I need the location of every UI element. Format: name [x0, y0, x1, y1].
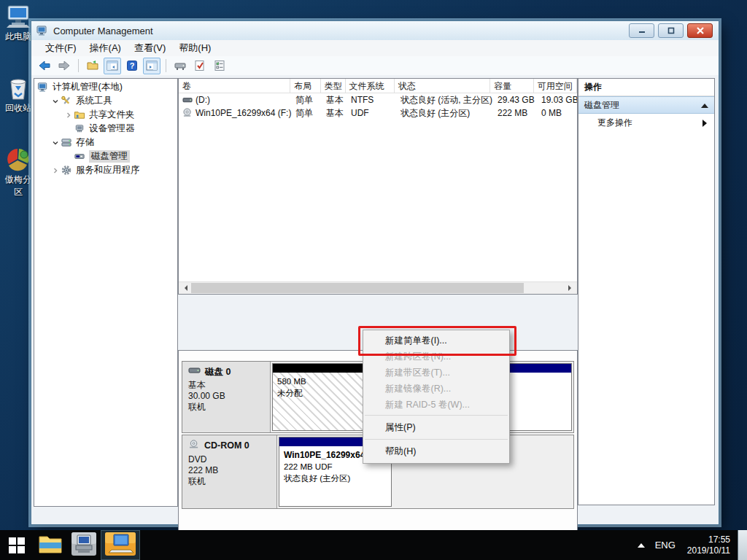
- disk-info-line: 222 MB: [188, 465, 272, 476]
- context-menu-item-2: 新建带区卷(T)...: [363, 365, 509, 381]
- volume-cell: 简单: [292, 94, 322, 106]
- system-tray: ENG 17:55 2019/10/11: [638, 530, 747, 560]
- volume-cell: Win10PE_16299x64 (F:): [179, 108, 292, 118]
- column-header-2[interactable]: 类型: [321, 79, 346, 93]
- disk-info-line: 30.00 GB: [188, 391, 266, 402]
- volume-cell: 简单: [292, 107, 322, 120]
- tree-item-label: 计算机管理(本地): [53, 81, 123, 93]
- volume-cell: 状态良好 (活动, 主分区): [397, 94, 494, 106]
- tree-item-0[interactable]: 计算机管理(本地): [34, 80, 177, 94]
- start-button[interactable]: [0, 530, 34, 560]
- menu-0[interactable]: 文件(F): [39, 40, 83, 56]
- submenu-arrow-icon: [703, 120, 711, 127]
- collapse-chevron-icon[interactable]: [701, 100, 708, 108]
- more-actions-item[interactable]: 更多操作: [578, 114, 714, 132]
- titlebar[interactable]: Computer Management: [31, 21, 719, 41]
- show-desktop-button[interactable]: [738, 530, 747, 560]
- chevron-down-icon[interactable]: [50, 138, 61, 148]
- column-header-3[interactable]: 文件系统: [346, 79, 395, 93]
- disk-volume-icon: [182, 95, 193, 104]
- tree-item-6[interactable]: 服务和应用程序: [34, 163, 177, 177]
- pe-app-task-button[interactable]: [101, 530, 140, 560]
- clock[interactable]: 17:55 2019/10/11: [687, 534, 730, 556]
- properties-checklist-icon[interactable]: [211, 58, 228, 74]
- chevron-down-icon[interactable]: [50, 96, 61, 106]
- language-indicator[interactable]: ENG: [655, 540, 676, 551]
- help-icon[interactable]: ?: [123, 58, 141, 74]
- disk-name-label: 磁盘 0: [205, 367, 231, 378]
- clock-date: 2019/10/11: [687, 545, 730, 556]
- volume-cell: 基本: [322, 107, 347, 120]
- disk-info-line: 联机: [188, 402, 266, 413]
- menu-1[interactable]: 操作(A): [83, 40, 128, 56]
- svg-text:?: ?: [130, 61, 135, 70]
- volume-cell: UDF: [347, 108, 397, 118]
- taskbar: ENG 17:55 2019/10/11: [0, 530, 747, 560]
- tree-item-label: 共享文件夹: [89, 109, 135, 121]
- maximize-icon: [667, 24, 676, 37]
- tree-item-4[interactable]: 存储: [34, 136, 177, 149]
- close-button[interactable]: [687, 23, 713, 38]
- minimize-icon: [638, 24, 646, 37]
- disk-info-panel[interactable]: CD-ROM 0DVD222 MB联机: [182, 435, 277, 508]
- disk-management-icon: [74, 151, 85, 162]
- export-list-icon[interactable]: [84, 58, 101, 74]
- scroll-left-icon: [182, 285, 187, 291]
- annotation-red-highlight: [358, 326, 516, 356]
- check-disk-icon[interactable]: [191, 58, 209, 74]
- column-header-4[interactable]: 状态: [395, 79, 491, 93]
- shared-folder-icon: [74, 109, 85, 120]
- volume-row-1[interactable]: Win10PE_16299x64 (F:)简单基本UDF状态良好 (主分区)22…: [179, 106, 577, 120]
- toolbar: ?: [31, 56, 719, 76]
- scrollbar-thumb[interactable]: [191, 283, 524, 293]
- tree-item-label: 服务和应用程序: [76, 164, 140, 176]
- chevron-right-icon[interactable]: [50, 166, 61, 176]
- tray-expand-icon[interactable]: [638, 540, 645, 548]
- this-pc-icon: [5, 4, 31, 29]
- toolbar-separator: [78, 59, 79, 72]
- back-icon[interactable]: [36, 58, 53, 74]
- disk-info-panel[interactable]: 磁盘 0基本30.00 GB联机: [182, 362, 271, 432]
- column-header-0[interactable]: 卷: [179, 79, 290, 93]
- menu-3[interactable]: 帮助(H): [172, 40, 217, 56]
- volume-cell: 222 MB: [494, 108, 538, 118]
- actions-panel: 操作 磁盘管理 更多操作: [578, 78, 715, 505]
- windows-logo-icon: [9, 537, 25, 553]
- actions-group-disk-management[interactable]: 磁盘管理: [578, 96, 714, 114]
- minimize-button[interactable]: [629, 23, 654, 38]
- column-header-6[interactable]: 可用空间: [534, 79, 577, 93]
- volume-cell: (D:): [179, 95, 292, 105]
- tree-item-1[interactable]: 系统工具: [34, 94, 177, 108]
- volume-cell: NTFS: [347, 95, 397, 105]
- context-menu-item-6[interactable]: 属性(P): [363, 418, 509, 437]
- tree-item-5[interactable]: 磁盘管理: [34, 149, 177, 163]
- chevron-right-icon[interactable]: [63, 110, 74, 120]
- scroll-right-icon: [568, 285, 574, 291]
- tree-item-label: 磁盘管理: [89, 150, 130, 163]
- disk-device-icon[interactable]: [171, 58, 189, 74]
- file-explorer-button[interactable]: [34, 530, 67, 560]
- column-header-1[interactable]: 布局: [290, 79, 321, 93]
- console-tree-toggle-icon[interactable]: [104, 58, 121, 74]
- scroll-right-button[interactable]: [565, 282, 577, 294]
- volume-cell: 状态良好 (主分区): [397, 107, 494, 120]
- tree-item-2[interactable]: 共享文件夹: [34, 108, 177, 122]
- action-pane-toggle-icon[interactable]: [143, 58, 160, 74]
- computer-management-task-button[interactable]: [67, 530, 101, 560]
- region-text: 状态良好 (主分区): [284, 472, 387, 484]
- cd-volume-icon: [182, 108, 193, 117]
- scroll-left-button[interactable]: [179, 282, 190, 294]
- context-menu-item-8[interactable]: 帮助(H): [363, 442, 509, 461]
- window-title: Computer Management: [53, 26, 153, 36]
- menu-2[interactable]: 查看(V): [128, 40, 172, 56]
- services-icon: [61, 165, 72, 176]
- computer-icon: [37, 82, 49, 93]
- volume-row-0[interactable]: (D:)简单基本NTFS状态良好 (活动, 主分区)29.43 GB19.03 …: [179, 93, 577, 106]
- column-header-5[interactable]: 容量: [490, 79, 533, 93]
- horizontal-scrollbar[interactable]: [179, 281, 577, 294]
- forward-icon[interactable]: [55, 58, 73, 74]
- cd-rom-icon: [188, 440, 201, 452]
- tree-item-3[interactable]: 设备管理器: [34, 122, 177, 136]
- disk-info-line: 基本: [188, 380, 266, 391]
- maximize-button[interactable]: [658, 23, 684, 38]
